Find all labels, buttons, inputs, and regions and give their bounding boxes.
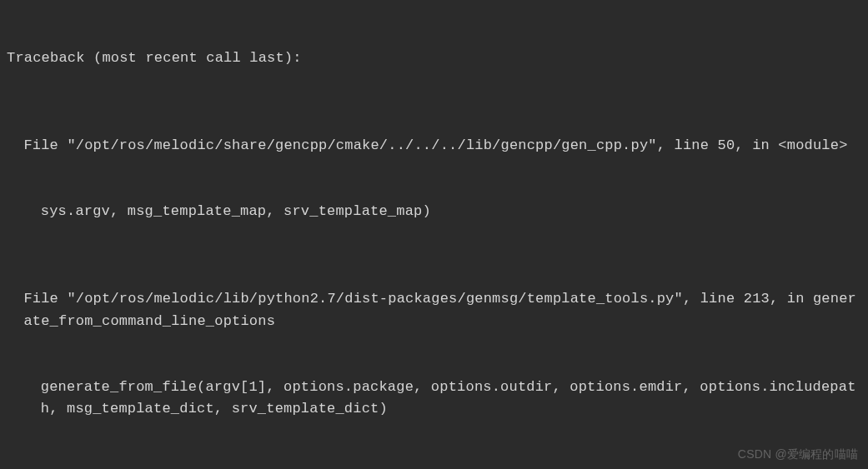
traceback-frame-code: sys.argv, msg_template_map, srv_template… [7,201,861,222]
traceback-frame-file: File "/opt/ros/melodic/lib/python2.7/dis… [7,288,861,332]
traceback-frame-file: File "/opt/ros/melodic/share/gencpp/cmak… [7,135,861,157]
traceback-header: Traceback (most recent call last): [7,47,861,69]
traceback-frame-code: generate_from_file(argv[1], options.pack… [7,377,861,421]
terminal-output: Traceback (most recent call last): File … [7,3,861,469]
